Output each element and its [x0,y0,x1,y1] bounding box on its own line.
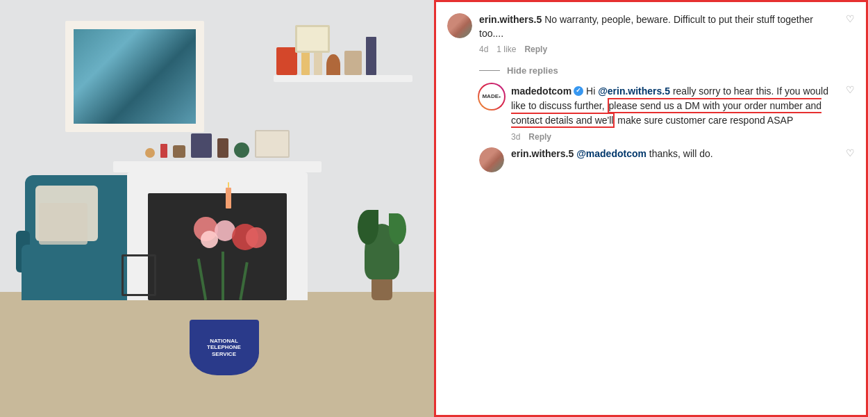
top-comment-time: 4d [479,44,488,54]
last-reply-text: erin.withers.5 @madedotcom thanks, will … [511,148,713,159]
comment-section: erin.withers.5 No warranty, people, bewa… [436,2,866,178]
hide-replies-button[interactable]: Hide replies [447,60,855,84]
last-reply-username[interactable]: erin.withers.5 [511,148,574,159]
made-reply-heart-icon[interactable]: ♡ [846,84,855,95]
last-reply-mention[interactable]: @madedotcom [576,148,646,159]
photo-frame [295,25,330,53]
comments-panel: erin.withers.5 No warranty, people, bewa… [434,0,868,417]
made-avatar: MADE+ [479,84,504,109]
made-username[interactable]: madedotcom [511,85,571,97]
plant [365,224,399,300]
flowers [187,217,284,300]
avatar-erin-top [447,13,472,38]
made-avatar-border: MADE+ [478,83,506,111]
made-avatar-inner: MADE+ [479,84,504,109]
last-reply: erin.withers.5 @madedotcom thanks, will … [447,147,855,172]
made-reply: MADE+ madedotcom Hi @erin.withers.5 real… [447,84,855,142]
room-photo: NATIONALTELEPHONESERVICE [0,0,434,417]
last-reply-heart-icon[interactable]: ♡ [846,147,855,158]
hide-replies-text: Hide replies [507,65,558,76]
made-reply-meta: 3d Reply [511,132,839,142]
hide-replies-line [479,70,500,71]
mention-erin[interactable]: @erin.withers.5 [598,85,670,97]
made-reply-button[interactable]: Reply [528,132,551,142]
top-comment-meta: 4d 1 like Reply [479,44,839,54]
made-reply-content: madedotcom Hi @erin.withers.5 really sor… [511,84,839,142]
top-comment-likes: 1 like [496,44,516,54]
top-comment-heart-icon[interactable]: ♡ [846,13,855,24]
room-scene: NATIONALTELEPHONESERVICE [0,0,434,417]
top-comment-text: erin.withers.5 No warranty, people, bewa… [479,14,813,39]
wall-artwork [65,21,204,132]
candle [226,188,231,208]
avatar-erin-last [479,147,504,172]
made-reply-time: 3d [511,132,520,142]
shelf [274,33,412,82]
top-comment-username[interactable]: erin.withers.5 [479,14,542,25]
last-reply-content: erin.withers.5 @madedotcom thanks, will … [511,147,839,161]
verified-badge [574,86,583,96]
made-reply-text: madedotcom Hi @erin.withers.5 really sor… [511,84,839,128]
decor-frame [122,254,156,296]
top-comment: erin.withers.5 No warranty, people, bewa… [447,13,855,54]
top-comment-reply-button[interactable]: Reply [524,44,547,54]
telephone-sign: NATIONALTELEPHONESERVICE [190,320,259,375]
top-comment-content: erin.withers.5 No warranty, people, bewa… [479,13,839,54]
